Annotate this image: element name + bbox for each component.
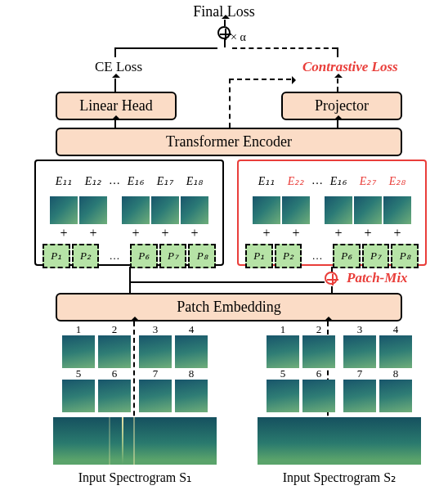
embed-label: E₂₂: [282, 174, 310, 188]
connector-dash: [229, 79, 231, 128]
pos-embed: P₂: [72, 244, 100, 268]
patch-embedding-block: Patch Embedding: [56, 293, 402, 321]
embed-label: E₁₇: [151, 174, 179, 188]
spectrogram-s2: [258, 417, 421, 465]
patchmix-icon: [325, 272, 338, 285]
pos-embed: P₆: [333, 244, 361, 268]
connector-dash: [337, 47, 338, 57]
embed-tile: [122, 196, 150, 224]
embed-label: E₁₆: [325, 174, 352, 188]
patch-tile: 6: [98, 380, 131, 412]
patch-tile: 7: [343, 380, 376, 412]
embed-tile: [151, 196, 179, 224]
embed-tile: [79, 196, 107, 224]
caption-s2: Input Spectrogram S₂: [245, 470, 433, 485]
pos-embed: P₂: [275, 244, 302, 268]
patch-tile: 4: [175, 335, 208, 368]
embed-label: E₁₈: [181, 174, 208, 188]
patch-tile: 1: [62, 335, 95, 368]
arrow-up: [337, 79, 338, 92]
patch-tile: 5: [62, 380, 95, 412]
patch-tile: 2: [302, 335, 335, 368]
patch-tile: 8: [175, 380, 208, 412]
arrow-up: [337, 120, 338, 128]
embed-tile: [282, 196, 310, 224]
patch-tile: 3: [343, 335, 376, 368]
embed-tile: [354, 196, 382, 224]
combine-icon: [217, 26, 231, 39]
ellipsis: …: [109, 174, 120, 187]
ellipsis: …: [311, 174, 323, 187]
spectrogram-s1: [53, 417, 217, 465]
plus-row: +++++: [245, 225, 419, 241]
embed-tile: [325, 196, 352, 224]
encoder-block: Transformer Encoder: [56, 128, 402, 156]
pos-embed: P₁: [43, 244, 70, 268]
embed-label: E₁₆: [122, 174, 150, 188]
patches-s2: 12 34 56 78 Input Spectrogram S₂: [245, 324, 433, 485]
embed-label: E₁₁: [50, 174, 78, 188]
arrow-up: [114, 79, 116, 92]
contrastive-loss-label: Contrastive Loss: [302, 59, 398, 75]
patch-tile: 6: [302, 380, 335, 412]
ellipsis: [311, 196, 323, 224]
connector: [129, 281, 325, 283]
arrow-up: [224, 20, 226, 26]
plus-row: +++++: [43, 225, 216, 241]
connector: [114, 47, 116, 57]
ellipsis: [109, 196, 120, 224]
embed-tile: [50, 196, 78, 224]
embed-label: E₂₈: [383, 174, 411, 188]
patch-tile: 7: [139, 380, 172, 412]
connector-dash: [232, 47, 337, 49]
patch-tile: 8: [379, 380, 412, 412]
pos-embed: P₈: [188, 244, 216, 268]
patches-s1: 12 34 56 78 Input Spectrogram S₁: [41, 324, 229, 485]
pos-embed: P₇: [362, 244, 390, 268]
embed-tile: [383, 196, 411, 224]
caption-s1: Input Spectrogram S₁: [41, 470, 229, 485]
connector: [114, 47, 217, 49]
pos-embed: P₆: [130, 244, 158, 268]
embed-label: E₂₇: [354, 174, 382, 188]
embed-label: E₁₁: [253, 174, 280, 188]
embed-tile: [253, 196, 280, 224]
patch-tile: 1: [267, 335, 299, 368]
connector: [224, 39, 226, 47]
connector: [331, 286, 333, 293]
sequence-mixed: E₁₁ E₂₂ … E₁₆ E₂₇ E₂₈ +++++ P₁ P₂ … P₆ P…: [237, 160, 427, 266]
pos-embed: P₁: [245, 244, 273, 268]
pos-embed: P₈: [391, 244, 419, 268]
arrow-up: [114, 120, 116, 128]
pos-embed: P₇: [159, 244, 187, 268]
sequence-original: E₁₁ E₁₂ … E₁₆ E₁₇ E₁₈ +++++ P₁ P₂ … P₆ P…: [34, 160, 224, 266]
patch-tile: 4: [379, 335, 412, 368]
patchmix-label: Patch-Mix: [347, 270, 408, 286]
ellipsis: …: [101, 244, 128, 268]
embed-label: E₁₂: [79, 174, 107, 188]
connector-dash: [229, 79, 291, 80]
patch-tile: 5: [267, 380, 299, 412]
patch-tile: 3: [139, 335, 172, 368]
xalpha-label: × α: [231, 31, 246, 44]
ellipsis: …: [303, 244, 331, 268]
connector: [129, 267, 131, 293]
embed-tile: [181, 196, 208, 224]
patch-tile: 2: [98, 335, 131, 368]
